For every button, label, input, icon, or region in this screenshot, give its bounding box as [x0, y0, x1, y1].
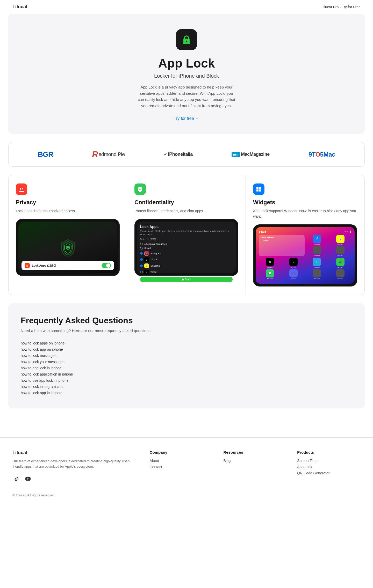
discord-label: Blocked — [291, 278, 296, 280]
macmagazine-icon: mm — [232, 152, 240, 157]
faq-item: how to lock app in iphone — [21, 390, 352, 396]
radio-twitter — [140, 271, 143, 273]
faq-subtitle: Need a help with something? Here are our… — [21, 328, 352, 333]
phone3-app-grid-top: f Blocked 👻 Blocked Blocked — [306, 235, 352, 256]
blocked1-label: Blocked — [314, 255, 320, 256]
facetime-icon: 📹 — [336, 258, 345, 266]
snapchat2-label: Blocked — [338, 244, 343, 245]
hero-description: App Lock is a privacy app designed to he… — [137, 84, 236, 109]
widgets-title: Widgets — [253, 199, 357, 206]
facebook-icon: f — [313, 235, 321, 243]
radio-snapchat — [140, 264, 143, 267]
svg-point-1 — [186, 40, 187, 41]
phone2-twitter: ✕ Twitter — [140, 269, 233, 275]
widgets-icon — [253, 183, 264, 195]
telegram-icon: ✈ — [313, 258, 321, 266]
svg-rect-7 — [256, 189, 259, 192]
focus-widget: Focus on work Blocking — [259, 235, 305, 256]
phone1-shield-icon — [58, 237, 78, 258]
feature-widgets: Widgets App Lock supports Widgets. Now, … — [246, 175, 364, 295]
privacy-desc: Lock apps from unauthorized access. — [16, 208, 120, 214]
app-discord: 🎮 Blocked — [282, 269, 305, 280]
phone2-sub: This allows to block apps where you aim … — [140, 230, 233, 236]
press-section: BGR R edmond Pie ✓ iPhoneItalia mm MacMa… — [8, 142, 365, 167]
faq-title: Frequently Asked Questions — [21, 316, 352, 325]
app-facebook: f Blocked — [306, 235, 328, 245]
app-x: ✕ Blocked — [259, 258, 281, 268]
radio-instagram — [140, 252, 143, 255]
press-redmond-pie: R edmond Pie — [92, 150, 125, 159]
iphone-check-icon: ✓ — [164, 152, 167, 157]
phone3-app-grid-last: 💬 Blocked 🎮 Blocked Blocked Blocked — [259, 269, 352, 280]
phone2-snapchat: 👻 Snapchat — [140, 263, 233, 269]
footer-about-link[interactable]: About — [150, 459, 213, 463]
footer-company-col: Company About Contact — [150, 450, 213, 483]
footer-contact-link[interactable]: Contact — [150, 465, 213, 469]
widgets-phone-mockup: 14:02 ▪▪▪ ≋ 🔋 Focus on work Blocking — [253, 224, 357, 286]
confidentiality-phone-mockup: Lock Apps This allows to block apps wher… — [134, 219, 238, 276]
hero-subtitle: Locker for iPhone and Block — [21, 73, 352, 79]
redmond-pie-text: edmond Pie — [98, 151, 125, 157]
footer-blog-link[interactable]: Blog — [223, 459, 287, 463]
nav-cta-link[interactable]: Lilucat Pro - Try for Free — [321, 5, 361, 9]
app-blocked4: Blocked — [329, 269, 352, 280]
faq-item: how to lock instagram chat — [21, 384, 352, 390]
instagram-icon: 📷 — [144, 251, 149, 256]
iphone-italia-text: iPhoneItalia — [168, 152, 193, 157]
discord-icon: 🎮 — [289, 269, 298, 277]
blocked3-icon — [313, 269, 321, 277]
confidentiality-icon — [134, 183, 146, 195]
blocked4-icon — [336, 269, 345, 277]
tiktok2-icon: ♪ — [289, 258, 298, 266]
youtube-social-link[interactable] — [24, 475, 32, 483]
svg-rect-6 — [259, 187, 261, 189]
footer-products-col: Products Screen Time App Lock QR Code Ge… — [297, 450, 361, 483]
blocked1-icon — [313, 246, 321, 254]
confidentiality-phone-screen: Lock Apps This allows to block apps wher… — [137, 222, 236, 273]
widgets-phone-screen: 14:02 ▪▪▪ ≋ 🔋 Focus on work Blocking — [256, 227, 355, 284]
footer-screentime-link[interactable]: Screen Time — [297, 459, 361, 463]
footer-brand-name: Lilucat — [12, 450, 139, 455]
redmond-r-icon: R — [92, 150, 98, 159]
app-blocked1: Blocked — [306, 246, 328, 256]
footer-applock-link[interactable]: App Lock — [297, 465, 361, 469]
x-icon: ✕ — [266, 258, 274, 266]
phone2-selected: Selected (3/50) — [140, 238, 233, 240]
app-tiktok2: ♪ Blocked — [282, 258, 305, 268]
blocking-text: Blocking — [263, 240, 269, 241]
radio-all-apps — [140, 243, 143, 245]
press-9to5mac: 9TO5Mac — [309, 151, 335, 158]
app-facetime: 📹 Blocked — [329, 258, 352, 268]
footer: Lilucat Our team of experienced develope… — [0, 437, 373, 510]
tiktok2-label: Blocked — [291, 267, 296, 268]
blocked4-label: Blocked — [338, 278, 343, 280]
faq-item: how to app lock in iphone — [21, 365, 352, 371]
phone3-time: 14:02 — [259, 230, 266, 233]
phone2-header: Lock Apps — [140, 225, 233, 229]
app-snapchat2: 👻 Blocked — [329, 235, 352, 245]
footer-brand-col: Lilucat Our team of experienced develope… — [12, 450, 139, 483]
tiktok-social-link[interactable] — [12, 475, 21, 483]
footer-qr-link[interactable]: QR Code Generator — [297, 471, 361, 475]
radio-tiktok — [140, 258, 143, 261]
blocked3-label: Blocked — [314, 278, 320, 280]
bgr-logo: BGR — [38, 150, 53, 159]
faq-item: how to lock app on iphone — [21, 346, 352, 352]
hero-cta-button[interactable]: Try for free → — [174, 116, 199, 121]
focus-label: Focus on work — [261, 237, 303, 239]
hero-section: App Lock Locker for iPhone and Block App… — [8, 14, 365, 134]
phone2-tiktok: ♪ TikTok — [140, 256, 233, 263]
9to5mac-logo: 9TO5Mac — [309, 151, 335, 158]
feature-privacy: Privacy Lock apps from unauthorized acce… — [9, 175, 127, 295]
facetime-label: Blocked — [338, 267, 343, 268]
hero-title: App Lock — [21, 56, 352, 70]
app-whatsapp: 💬 Blocked — [259, 269, 281, 280]
snapchat-icon: 👻 — [144, 263, 149, 268]
phone2-all-apps: All Apps & Categories — [140, 242, 233, 246]
whatsapp-icon: 💬 — [266, 269, 274, 277]
footer-resources-title: Resources — [223, 450, 287, 454]
twitter-icon: ✕ — [144, 270, 149, 274]
svg-rect-5 — [256, 187, 259, 189]
phone2-social: Social — [140, 246, 233, 250]
phone2-start-button: ▶ Start — [140, 277, 233, 282]
